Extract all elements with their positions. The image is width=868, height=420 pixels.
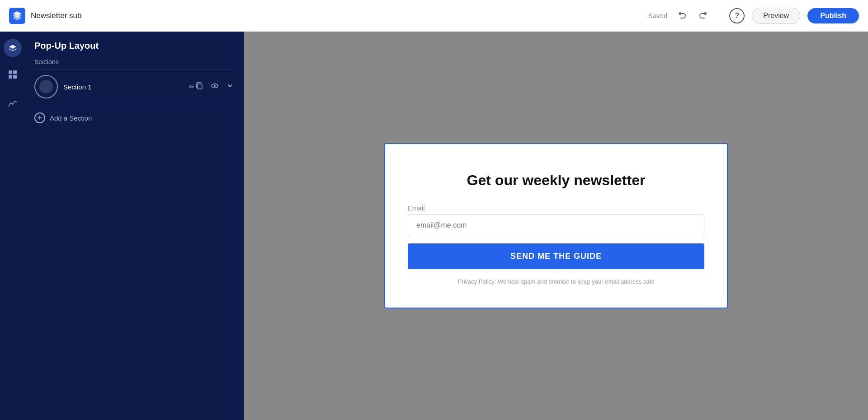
privacy-text: Privacy Policy: We hate spam and promise… [408, 278, 704, 285]
saved-status: Saved [648, 12, 668, 19]
grid-icon[interactable] [4, 66, 21, 85]
section-1-copy-button[interactable] [194, 81, 204, 93]
canvas-area: Get our weekly newsletter Email SEND ME … [244, 32, 868, 420]
publish-button[interactable]: Publish [807, 8, 859, 23]
send-guide-button[interactable]: SEND ME THE GUIDE [408, 243, 704, 269]
svg-rect-3 [9, 75, 12, 79]
section-1-name: Section 1 [63, 83, 187, 91]
app-title: Newsletter sub [31, 11, 81, 20]
preview-button[interactable]: Preview [752, 8, 800, 24]
app-logo-icon [9, 8, 25, 24]
section-1-edit-icon[interactable]: ✏ [189, 83, 194, 90]
header-divider [720, 9, 720, 23]
svg-point-7 [214, 85, 216, 87]
section-1-circle [34, 75, 58, 98]
undo-button[interactable] [675, 8, 689, 23]
add-section-label: Add a Section [50, 114, 92, 122]
popup-headline: Get our weekly newsletter [467, 171, 646, 190]
svg-rect-5 [198, 84, 202, 89]
add-section-icon: + [34, 112, 45, 123]
left-panel: Pop-Up Layout Sections Section 1 ✏ [25, 32, 244, 420]
popup-card: Get our weekly newsletter Email SEND ME … [384, 143, 728, 309]
email-label: Email [408, 204, 704, 212]
layers-icon-button[interactable] [4, 39, 22, 57]
sections-label: Sections [25, 58, 244, 69]
add-section-row[interactable]: + Add a Section [25, 104, 244, 131]
panel-title: Pop-Up Layout [25, 41, 244, 58]
section-1-item[interactable]: Section 1 ✏ [25, 70, 244, 104]
svg-rect-1 [9, 70, 12, 74]
popup-form: Email SEND ME THE GUIDE Privacy Policy: … [408, 204, 704, 285]
section-1-eye-button[interactable] [210, 81, 220, 93]
main-layout: Pop-Up Layout Sections Section 1 ✏ [0, 32, 868, 420]
section-1-actions [194, 81, 235, 93]
svg-rect-4 [13, 75, 17, 79]
header-actions: Saved ? Preview Publish [648, 8, 859, 24]
header: Newsletter sub Saved ? Preview Publish [0, 0, 868, 32]
redo-button[interactable] [696, 8, 711, 23]
icon-sidebar [0, 32, 25, 420]
logo-area: Newsletter sub [9, 8, 81, 24]
section-1-chevron-button[interactable] [225, 81, 235, 93]
analytics-icon[interactable] [4, 94, 21, 114]
email-input[interactable] [408, 215, 704, 236]
svg-rect-2 [13, 70, 17, 74]
help-button[interactable]: ? [729, 8, 745, 23]
